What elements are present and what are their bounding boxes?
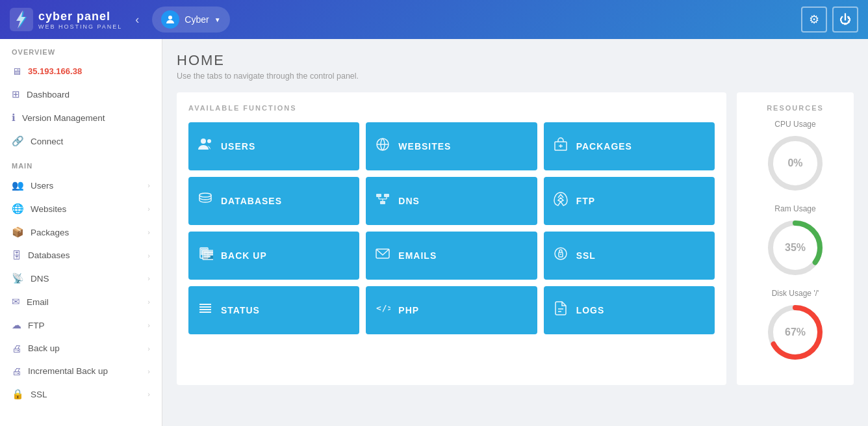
func-button-ftp[interactable]: FTP	[544, 177, 715, 225]
sidebar-item-label: Version Management	[22, 113, 105, 123]
func-button-label: STATUS	[221, 305, 260, 315]
sidebar-item-users[interactable]: 👥 Users ›	[0, 174, 162, 197]
sidebar-item-label: Connect	[31, 137, 63, 146]
sidebar-collapse-button[interactable]: ‹	[130, 10, 144, 29]
sidebar-item-dns[interactable]: 📡 DNS ›	[0, 267, 162, 290]
svg-point-4	[201, 139, 206, 144]
logo-text: cyber panel WEB HOSTING PANEL	[38, 10, 122, 30]
email-icon: ✉	[12, 296, 20, 308]
resources-title: RESOURCES	[748, 104, 842, 112]
sidebar-item-backup[interactable]: 🖨 Back up ›	[0, 337, 162, 360]
ram-usage-label: Ram Usage	[774, 204, 815, 213]
svg-rect-25	[204, 256, 210, 257]
func-button-backup[interactable]: BACK UP	[188, 232, 359, 280]
sidebar-item-ftp[interactable]: ☁ FTP ›	[0, 313, 162, 337]
sidebar-item-label: Databases	[28, 250, 70, 260]
sidebar-item-packages[interactable]: 📦 Packages ›	[0, 220, 162, 244]
page-title: HOME	[177, 52, 854, 69]
func-button-databases[interactable]: DATABASES	[188, 177, 359, 225]
status-func-icon	[198, 300, 213, 320]
packages-func-icon	[553, 137, 568, 156]
logo-sub-name: WEB HOSTING PANEL	[38, 23, 122, 30]
svg-point-5	[207, 139, 211, 143]
cpu-circle: 0%	[766, 134, 824, 193]
ssl-icon: 🔒	[12, 388, 24, 400]
func-button-ssl[interactable]: SSL	[544, 232, 715, 280]
sidebar-item-label: FTP	[28, 321, 45, 330]
sidebar-item-incremental-backup[interactable]: 🖨 Incremental Back up ›	[0, 360, 162, 382]
page-subtitle: Use the tabs to navigate through the con…	[177, 72, 854, 81]
logo-icon	[10, 8, 33, 31]
func-button-dns[interactable]: DNS	[366, 177, 537, 225]
svg-text:</>: </>	[376, 303, 390, 313]
main-content: HOME Use the tabs to navigate through th…	[162, 39, 868, 426]
svg-rect-24	[204, 254, 213, 255]
func-button-status[interactable]: STATUS	[188, 286, 359, 334]
sidebar-item-label: Dashboard	[27, 90, 70, 100]
logo-area: cyber panel WEB HOSTING PANEL	[10, 8, 122, 31]
func-button-packages[interactable]: PACKAGES	[544, 122, 715, 170]
sidebar-item-label: Users	[31, 181, 53, 191]
chevron-right-icon: ›	[147, 228, 150, 236]
logs-func-icon	[553, 300, 568, 320]
sidebar-item-label: Email	[27, 297, 49, 307]
sidebar-item-label: DNS	[31, 274, 49, 284]
sidebar-item-version-management[interactable]: ℹ Version Management	[0, 106, 162, 129]
dashboard-icon: ⊞	[12, 88, 20, 100]
dns-func-icon	[375, 191, 390, 211]
websites-icon: 🌐	[12, 203, 24, 215]
svg-point-29	[560, 254, 561, 255]
cards-row: AVAILABLE FUNCTIONS USERS WEBSITES	[177, 92, 854, 385]
backup-icon: 🖨	[12, 343, 21, 354]
func-button-label: WEBSITES	[398, 141, 451, 152]
chevron-down-icon: ▼	[214, 16, 221, 23]
func-button-emails[interactable]: EMAILS	[366, 232, 537, 280]
sidebar-item-databases[interactable]: 🗄 Databases ›	[0, 244, 162, 267]
func-button-logs[interactable]: LOGS	[544, 286, 715, 334]
header: cyber panel WEB HOSTING PANEL ‹ Cyber ▼ …	[0, 0, 868, 39]
cpu-usage-item: CPU Usage 0%	[748, 120, 842, 193]
users-icon: 👥	[12, 180, 24, 191]
sidebar-item-dashboard[interactable]: ⊞ Dashboard	[0, 83, 162, 106]
sidebar-item-label: Packages	[31, 228, 69, 237]
svg-rect-13	[380, 201, 385, 204]
functions-title: AVAILABLE FUNCTIONS	[188, 104, 715, 112]
settings-button[interactable]: ⚙	[801, 7, 827, 33]
chevron-right-icon: ›	[147, 345, 150, 353]
cpu-usage-value: 0%	[787, 157, 802, 169]
dns-icon: 📡	[12, 273, 24, 284]
ssl-func-icon	[553, 246, 568, 265]
sidebar-item-connect[interactable]: 🔗 Connect	[0, 129, 162, 153]
svg-point-3	[168, 16, 172, 20]
func-button-websites[interactable]: WEBSITES	[366, 122, 537, 170]
sidebar-item-ip[interactable]: 🖥 35.193.166.38	[0, 60, 162, 83]
ftp-func-icon	[553, 191, 568, 211]
func-button-users[interactable]: USERS	[188, 122, 359, 170]
user-dropdown[interactable]: Cyber ▼	[152, 7, 229, 33]
svg-point-10	[199, 193, 211, 197]
ram-circle: 35%	[766, 219, 824, 277]
func-button-php[interactable]: </> PHP	[366, 286, 537, 334]
sidebar-item-email[interactable]: ✉ Email ›	[0, 290, 162, 313]
disk-usage-label: Disk Usage '/'	[772, 289, 819, 298]
header-left: cyber panel WEB HOSTING PANEL ‹ Cyber ▼	[10, 7, 230, 33]
sidebar-item-websites[interactable]: 🌐 Websites ›	[0, 197, 162, 220]
main-layout: OVERVIEW 🖥 35.193.166.38 ⊞ Dashboard ℹ V…	[0, 39, 868, 426]
backup-func-icon	[198, 246, 213, 265]
func-button-label: LOGS	[576, 305, 605, 315]
functions-card: AVAILABLE FUNCTIONS USERS WEBSITES	[177, 92, 726, 385]
chevron-right-icon: ›	[147, 205, 150, 213]
chevron-right-icon: ›	[147, 367, 150, 375]
sidebar-item-ssl[interactable]: 🔒 SSL ›	[0, 382, 162, 406]
chevron-right-icon: ›	[147, 321, 150, 329]
user-name: Cyber	[185, 14, 209, 25]
chevron-right-icon: ›	[147, 252, 150, 260]
sidebar-item-label: Websites	[31, 204, 66, 214]
power-button[interactable]: ⏻	[832, 7, 858, 33]
info-icon: ℹ	[12, 112, 16, 124]
main-section-title: MAIN	[0, 153, 162, 174]
func-button-label: FTP	[576, 196, 595, 206]
connect-icon: 🔗	[12, 135, 24, 147]
ftp-icon: ☁	[12, 319, 21, 331]
disk-circle: 67%	[766, 303, 824, 362]
